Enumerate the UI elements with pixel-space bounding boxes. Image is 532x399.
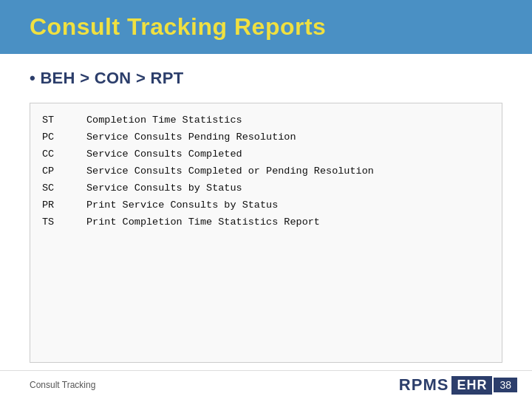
title-bar: Consult Tracking Reports — [0, 0, 532, 54]
menu-code: ST — [42, 112, 86, 129]
list-item: SCService Consults by Status — [42, 180, 490, 197]
content-area: • BEH > CON > RPT STCompletion Time Stat… — [0, 54, 532, 370]
footer-right: RPMS EHR 38 — [399, 375, 517, 395]
menu-desc: Service Consults Completed or Pending Re… — [86, 163, 374, 180]
menu-desc: Service Consults Pending Resolution — [86, 129, 296, 146]
list-item: TSPrint Completion Time Statistics Repor… — [42, 214, 490, 231]
page-title: Consult Tracking Reports — [30, 13, 326, 40]
list-item: CPService Consults Completed or Pending … — [42, 163, 490, 180]
slide: Consult Tracking Reports • BEH > CON > R… — [0, 0, 532, 399]
page-number: 38 — [494, 378, 517, 392]
menu-code: CC — [42, 146, 86, 163]
menu-code: TS — [42, 214, 86, 231]
menu-code: SC — [42, 180, 86, 197]
list-item: STCompletion Time Statistics — [42, 112, 490, 129]
rpms-text: RPMS — [399, 375, 449, 395]
breadcrumb: • BEH > CON > RPT — [30, 69, 502, 88]
footer-label: Consult Tracking — [30, 380, 95, 390]
list-item: CCService Consults Completed — [42, 146, 490, 163]
list-item: PRPrint Service Consults by Status — [42, 197, 490, 214]
ehr-badge: EHR — [451, 376, 492, 395]
menu-desc: Service Consults Completed — [86, 146, 242, 163]
rpms-logo: RPMS EHR — [399, 375, 493, 395]
menu-code: PC — [42, 129, 86, 146]
menu-desc: Service Consults by Status — [86, 180, 242, 197]
menu-desc: Completion Time Statistics — [86, 112, 242, 129]
menu-code: CP — [42, 163, 86, 180]
list-item: PCService Consults Pending Resolution — [42, 129, 490, 146]
menu-desc: Print Completion Time Statistics Report — [86, 214, 320, 231]
footer: Consult Tracking RPMS EHR 38 — [0, 370, 532, 399]
menu-box: STCompletion Time StatisticsPCService Co… — [30, 103, 502, 363]
menu-code: PR — [42, 197, 86, 214]
menu-desc: Print Service Consults by Status — [86, 197, 278, 214]
